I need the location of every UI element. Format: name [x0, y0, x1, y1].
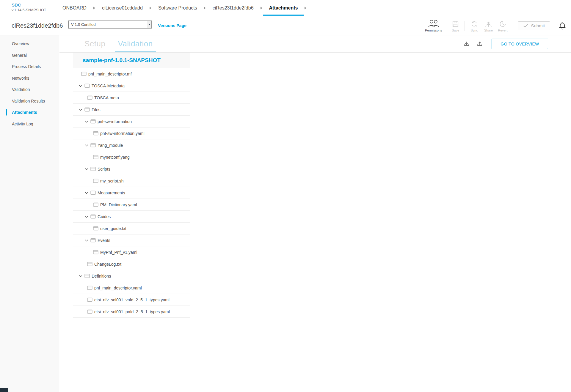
breadcrumb-caret-icon [149, 0, 152, 16]
tree-node-definitions[interactable]: Definitions [73, 270, 190, 282]
tree-node-measurements[interactable]: Measurements [73, 187, 190, 199]
tree-node-user-guide-txt[interactable]: user_guide.txt [73, 223, 190, 234]
tree-node-tosca-metadata[interactable]: TOSCA-Metadata [73, 80, 190, 92]
save-action[interactable]: Save [448, 20, 462, 32]
file-icon [87, 286, 92, 290]
breadcrumb-caret-icon [93, 0, 95, 16]
chevron-down-icon[interactable] [79, 275, 82, 277]
tree-node-files[interactable]: Files [73, 104, 190, 116]
tree-node-label: etsi_nfv_sol001_pnfd_2_5_1_types.yaml [94, 309, 170, 314]
header-divider [446, 21, 446, 31]
tree-node-etsi-nfv-sol001-vnfd-2-5-1-types-yaml[interactable]: etsi_nfv_sol001_vnfd_2_5_1_types.yaml [73, 294, 190, 306]
select-caret-icon[interactable]: ▼ [147, 21, 151, 28]
version-select[interactable]: V 1.0 Certified ▼ [68, 21, 152, 29]
sidebar-item-activity-log[interactable]: Activity Log [0, 118, 59, 130]
entity-title: ciRes23f1dde2fdb6 [12, 22, 63, 29]
tree-node-tosca-meta[interactable]: TOSCA.meta [73, 92, 190, 104]
tree-node-my-script-sh[interactable]: my_script.sh [73, 175, 190, 187]
file-icon [87, 95, 92, 100]
file-icon [93, 131, 98, 136]
sync-action[interactable]: Sync [467, 20, 481, 32]
breadcrumb-item-cilicense01cddadd[interactable]: ciLicense01cddadd [102, 0, 143, 16]
sidebar-item-attachments[interactable]: Attachments [0, 107, 59, 118]
tree-node-pnf-main-descriptor-yaml[interactable]: pnf_main_descriptor.yaml [73, 282, 190, 294]
tree-node-pm-dictionary-yaml[interactable]: PM_Dictionary.yaml [73, 199, 190, 211]
file-icon [90, 119, 96, 124]
permissons-action[interactable]: Permissons [423, 20, 444, 32]
sidebar-item-networks[interactable]: Networks [0, 73, 59, 84]
tree-node-label: mynetconf.yang [100, 155, 130, 160]
tree-node-events[interactable]: Events [73, 234, 190, 246]
submit-button[interactable]: Submit [518, 21, 550, 30]
sdc-logo[interactable]: SDC v.1.14.5-SNAPSHOT [12, 2, 46, 12]
attachments-tree-panel: sample-pnf-1.0.1-SNAPSHOT pnf_main_descr… [73, 53, 190, 318]
breadcrumb-item-attachments[interactable]: Attachments [269, 0, 298, 16]
users-icon [428, 20, 439, 28]
package-title[interactable]: sample-pnf-1.0.1-SNAPSHOT [73, 53, 190, 68]
tree-node-label: Measurements [98, 191, 125, 195]
tree-node-pnf-sw-information[interactable]: pnf-sw-information [73, 116, 190, 127]
share-action[interactable]: Share [481, 20, 495, 32]
breadcrumb: ONBOARDciLicense01cddaddSoftware Product… [62, 0, 313, 16]
chevron-down-icon[interactable] [85, 192, 88, 194]
tree-node-etsi-nfv-sol001-pnfd-2-5-1-types-yaml[interactable]: etsi_nfv_sol001_pnfd_2_5_1_types.yaml [73, 306, 190, 318]
upload-icon[interactable] [476, 40, 484, 48]
permissons-label: Permissons [425, 29, 442, 32]
tab-validation[interactable]: Validation [115, 35, 156, 52]
tab-setup[interactable]: Setup [81, 35, 108, 52]
tree-node-label: pnf_main_descriptor.mf [88, 72, 132, 76]
tree-node-mynetconf-yang[interactable]: mynetconf.yang [73, 151, 190, 163]
versions-page-link[interactable]: Versions Page [158, 23, 186, 28]
chevron-down-icon[interactable] [79, 108, 82, 111]
sidebar-item-overview[interactable]: Overview [0, 38, 59, 50]
sync-icon [470, 20, 478, 28]
file-icon [81, 72, 87, 76]
tree-node-pnf-main-descriptor-mf[interactable]: pnf_main_descriptor.mf [73, 68, 190, 80]
breadcrumb-item-cires23f1dde2fdb6[interactable]: ciRes23f1dde2fdb6 [213, 0, 254, 16]
tree-node-label: PM_Dictionary.yaml [100, 202, 137, 207]
breadcrumb-item-software-products[interactable]: Software Products [158, 0, 197, 16]
header-divider [465, 21, 465, 31]
save-label: Save [452, 29, 459, 32]
chevron-down-icon[interactable] [85, 239, 88, 242]
tree-node-pnf-sw-information-yaml[interactable]: pnf-sw-information.yaml [73, 127, 190, 139]
tree-node-label: ChangeLog.txt [94, 262, 121, 267]
tree-node-label: pnf-sw-information [98, 119, 132, 124]
tree-node-yang-module[interactable]: Yang_module [73, 139, 190, 151]
sidebar-item-process-details[interactable]: Process Details [0, 61, 59, 73]
file-icon [93, 155, 98, 159]
toolbar-divider [455, 40, 455, 48]
revert-icon [499, 20, 506, 28]
file-icon [93, 202, 98, 207]
revert-action[interactable]: Revert [495, 20, 510, 32]
file-icon [93, 250, 98, 254]
breadcrumb-item-onboard[interactable]: ONBOARD [62, 0, 87, 16]
go-to-overview-button[interactable]: GO TO OVERVIEW [492, 39, 548, 49]
tab-list: SetupValidation [81, 35, 156, 52]
download-icon[interactable] [462, 40, 471, 48]
attachments-tree: pnf_main_descriptor.mfTOSCA-MetadataTOSC… [73, 68, 190, 318]
tree-node-label: pnf_main_descriptor.yaml [94, 286, 142, 290]
chevron-down-icon[interactable] [85, 168, 88, 170]
tree-node-guides[interactable]: Guides [73, 211, 190, 223]
tree-node-mypnf-pnf-v1-yaml[interactable]: MyPnf_Pnf_v1.yaml [73, 246, 190, 258]
tree-node-label: Scripts [98, 167, 110, 171]
sidebar-item-validation[interactable]: Validation [0, 84, 59, 95]
tree-node-label: MyPnf_Pnf_v1.yaml [100, 250, 137, 255]
file-icon [93, 179, 98, 183]
tree-node-changelog-txt[interactable]: ChangeLog.txt [73, 258, 190, 270]
tree-node-scripts[interactable]: Scripts [73, 163, 190, 175]
tree-node-label: pnf-sw-information.yaml [100, 131, 145, 136]
top-bar: SDC v.1.14.5-SNAPSHOT ONBOARDciLicense01… [0, 0, 571, 16]
file-icon [90, 214, 96, 219]
bell-icon[interactable] [559, 22, 566, 30]
file-icon [87, 262, 92, 266]
sidebar-item-validation-results[interactable]: Validation Results [0, 95, 59, 107]
tree-node-label: Definitions [92, 274, 111, 278]
chevron-down-icon[interactable] [85, 144, 88, 147]
sidebar-item-general[interactable]: General [0, 50, 59, 61]
chevron-down-icon[interactable] [79, 85, 82, 87]
chevron-down-icon[interactable] [85, 120, 88, 123]
file-icon [87, 297, 92, 302]
chevron-down-icon[interactable] [85, 215, 88, 218]
